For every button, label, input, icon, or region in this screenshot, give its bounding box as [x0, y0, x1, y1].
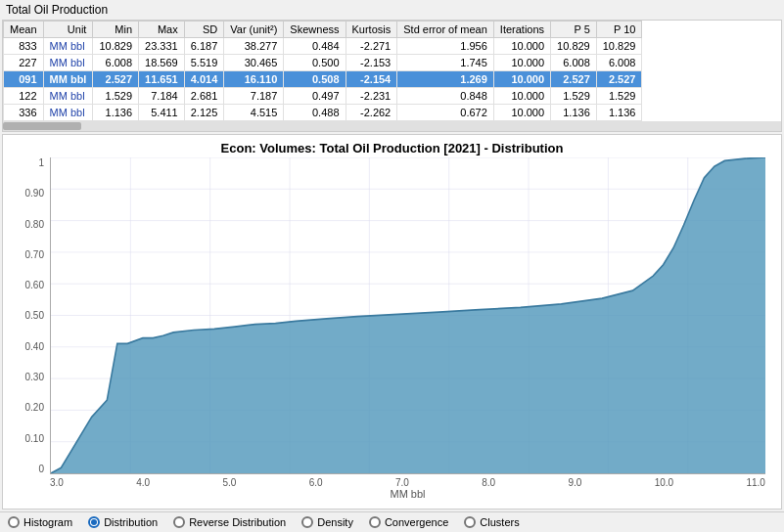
x-axis-title: MM bbl	[50, 488, 765, 500]
col-p5: P 5	[551, 22, 597, 38]
radio-circle-distribution	[88, 516, 100, 528]
col-kurtosis: Kurtosis	[346, 22, 397, 38]
chart-plot-area	[50, 157, 765, 474]
col-iterations: Iterations	[493, 22, 550, 38]
horizontal-scrollbar[interactable]	[3, 121, 781, 131]
col-max: Max	[139, 22, 185, 38]
col-skewness: Skewness	[284, 22, 346, 38]
radio-label-clusters: Clusters	[480, 516, 519, 528]
chart-section: Econ: Volumes: Total Oil Production [202…	[2, 134, 782, 510]
radio-circle-histogram	[8, 516, 20, 528]
radio-distribution[interactable]: Distribution	[88, 516, 158, 528]
col-stderr: Std error of mean	[397, 22, 494, 38]
col-min: Min	[93, 22, 139, 38]
radio-reverse-distribution[interactable]: Reverse Distribution	[173, 516, 286, 528]
table-row[interactable]: 336MM bbl1.1365.4112.1254.5150.488-2.262…	[4, 105, 642, 121]
radio-label-density: Density	[317, 516, 353, 528]
col-p10: P 10	[596, 22, 642, 38]
main-container: Total Oil Production Mean Unit Min Max S…	[0, 0, 784, 532]
radio-circle-density	[301, 516, 313, 528]
col-var: Var (unit²)	[224, 22, 284, 38]
radio-label-histogram: Histogram	[23, 516, 72, 528]
data-table: Mean Unit Min Max SD Var (unit²) Skewnes…	[3, 21, 642, 121]
radio-label-convergence: Convergence	[385, 516, 448, 528]
table-row[interactable]: 227MM bbl6.00818.5695.51930.4650.500-2.1…	[4, 55, 642, 71]
col-sd: SD	[184, 22, 224, 38]
table-row[interactable]: 833MM bbl10.82923.3316.18738.2770.484-2.…	[4, 38, 642, 55]
title-bar: Total Oil Production	[0, 0, 784, 20]
radio-label-distribution: Distribution	[104, 516, 158, 528]
table-row[interactable]: 122MM bbl1.5297.1842.6817.1870.497-2.231…	[4, 88, 642, 105]
table-scroll[interactable]: Mean Unit Min Max SD Var (unit²) Skewnes…	[3, 21, 781, 121]
radio-dot-distribution	[91, 519, 97, 525]
scrollbar-thumb-h[interactable]	[3, 122, 81, 130]
col-unit: Unit	[43, 22, 93, 38]
radio-density[interactable]: Density	[301, 516, 353, 528]
table-section: Mean Unit Min Max SD Var (unit²) Skewnes…	[2, 20, 782, 132]
x-axis-labels: 3.0 4.0 5.0 6.0 7.0 8.0 9.0 10.0 11.0	[50, 477, 765, 488]
chart-title: Econ: Volumes: Total Oil Production [202…	[3, 135, 781, 157]
radio-circle-reverse-distribution	[173, 516, 185, 528]
radio-label-reverse-distribution: Reverse Distribution	[189, 516, 286, 528]
radio-convergence[interactable]: Convergence	[369, 516, 448, 528]
page-title: Total Oil Production	[6, 3, 108, 17]
table-row[interactable]: 091MM bbl2.52711.6514.01416.1100.508-2.1…	[4, 71, 642, 88]
y-axis-labels: 1 0.90 0.80 0.70 0.60 0.50 0.40 0.30 0.2…	[11, 157, 48, 474]
chart-svg	[51, 157, 765, 473]
col-mean: Mean	[4, 22, 44, 38]
radio-clusters[interactable]: Clusters	[464, 516, 519, 528]
radio-circle-convergence	[369, 516, 381, 528]
radio-histogram[interactable]: Histogram	[8, 516, 72, 528]
radio-circle-clusters	[464, 516, 476, 528]
radio-bar: Histogram Distribution Reverse Distribut…	[0, 511, 784, 532]
